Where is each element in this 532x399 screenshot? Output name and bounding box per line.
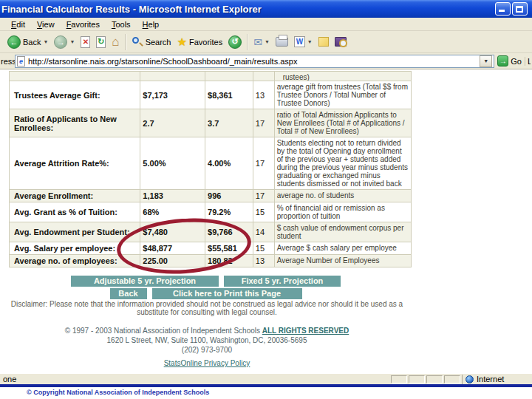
status-panel	[409, 375, 425, 383]
forward-icon: →	[54, 35, 67, 49]
stop-icon	[81, 36, 90, 48]
metric-description: average no. of students	[275, 190, 411, 202]
back-dropdown-icon[interactable]: ▼	[43, 39, 48, 44]
links-label: L	[525, 57, 531, 66]
metric-count: 17	[253, 190, 275, 202]
edit-with-word-button[interactable]: W ▼	[291, 35, 316, 49]
go-label: Go	[511, 57, 522, 66]
metric-value-2: 79.2%	[205, 202, 253, 222]
address-label: ress	[0, 57, 15, 66]
metric-value-1: 2.7	[140, 109, 205, 137]
metric-value-2: $9,766	[205, 222, 253, 242]
footer-phone: (202) 973-9700	[0, 346, 414, 355]
mail-button[interactable]: ✉ ▼	[250, 35, 273, 49]
footer-address: 1620 L Street, NW, Suite 1100, Washingto…	[0, 336, 414, 345]
menu-item-edit[interactable]: Edit	[6, 19, 30, 30]
site-footer: © 1997 - 2003 National Association of In…	[0, 327, 414, 369]
history-icon: ↺	[228, 35, 242, 49]
menu-item-favorites[interactable]: Favorites	[61, 19, 105, 30]
zone-label: Internet	[477, 375, 504, 383]
home-button[interactable]: ⌂	[109, 35, 122, 50]
research-button[interactable]	[332, 35, 349, 48]
table-row: Trustees Average Gift: $7,173 $8,361 13 …	[10, 81, 411, 109]
go-button[interactable]: → Go	[494, 55, 525, 66]
table-row: Avg. Salary per employee: $48,877 $55,58…	[10, 242, 411, 255]
menu-item-tools[interactable]: Tools	[106, 19, 136, 30]
privacy-policy-link[interactable]: StatsOnline Privacy Policy	[164, 359, 250, 367]
back-label: Back	[23, 38, 41, 47]
menu-bar: EditViewFavoritesToolsHelp	[0, 18, 532, 31]
address-dropdown-button[interactable]: ▼	[480, 55, 492, 67]
back-icon: ←	[7, 35, 21, 49]
table-row: Avg. Endowment per Student: $7,480 $9,76…	[10, 222, 411, 242]
forward-dropdown-icon[interactable]: ▼	[69, 39, 75, 44]
table-row: Average Attrition Rate%: 5.00% 4.00% 17 …	[10, 137, 411, 190]
menu-item-help[interactable]: Help	[137, 19, 165, 30]
status-panel	[391, 375, 407, 383]
adjustable-projection-button[interactable]: Adjustable 5 yr. Projection	[71, 276, 219, 287]
history-button[interactable]: ↺	[225, 34, 245, 50]
toolbar-separator	[125, 34, 126, 50]
forward-button[interactable]: → ▼	[51, 34, 78, 50]
browser-window: Financial Calculator Results - Microsoft…	[0, 0, 532, 384]
research-book-icon	[335, 37, 347, 47]
metric-value-2: $8,361	[205, 81, 253, 109]
metric-value-1: 225.00	[140, 255, 205, 267]
metric-label: Avg. Salary per employee:	[10, 242, 140, 254]
refresh-button[interactable]	[93, 35, 109, 50]
slide-copyright: © Copyright National Association of Inde…	[27, 389, 209, 396]
disclaimer-text: Disclaimer: Please note that the informa…	[0, 300, 414, 316]
metric-description: % of financial aid or remission as propo…	[275, 202, 411, 222]
minimize-button[interactable]	[495, 2, 511, 16]
security-zone: Internet	[462, 375, 532, 384]
slide-footer: © Copyright National Association of Inde…	[0, 387, 532, 399]
metric-count: 14	[253, 222, 275, 242]
metric-count: 15	[253, 242, 275, 254]
toolbar-separator	[247, 34, 248, 50]
address-input[interactable]: e http://starsonline.nais.org/starsonlin…	[15, 55, 494, 68]
back-button[interactable]: ← Back ▼	[4, 34, 51, 50]
all-rights-reserved-link[interactable]: ALL RIGHTS RESERVED	[262, 327, 349, 335]
favorites-button[interactable]: ★ Favorites	[174, 35, 225, 49]
home-icon: ⌂	[112, 36, 119, 48]
discuss-button[interactable]	[316, 35, 332, 48]
metric-value-2: 180.82	[205, 255, 253, 267]
back-page-button[interactable]: Back	[110, 288, 147, 299]
address-url: http://starsonline.nais.org/starsonline/…	[28, 57, 477, 66]
metric-value-1: $48,877	[140, 242, 205, 254]
metric-count: 15	[253, 202, 275, 222]
page-favicon-icon: e	[17, 56, 25, 66]
table-row: Ratio of Applicants to New Enrollees: 2.…	[10, 109, 411, 137]
metric-value-1: 1,183	[140, 190, 205, 202]
discuss-note-icon	[318, 37, 329, 47]
fixed-projection-button[interactable]: Fixed 5 yr. Projection	[224, 276, 341, 287]
edit-dropdown-icon[interactable]: ▼	[307, 39, 313, 44]
partial-description: rustees)	[275, 72, 411, 81]
mail-dropdown-icon[interactable]: ▼	[265, 39, 270, 44]
window-title: Financial Calculator Results - Microsoft…	[1, 4, 495, 15]
metric-description: ratio of Total Admission Applicants to N…	[275, 109, 411, 137]
metric-value-2: 4.00%	[205, 137, 253, 189]
print-button[interactable]	[273, 35, 291, 48]
mail-icon: ✉	[253, 37, 262, 47]
metric-value-2: 996	[205, 190, 253, 202]
go-arrow-icon: →	[497, 55, 508, 66]
metric-description: Average Number of Employees	[275, 255, 411, 267]
table-row: Average no. of employees: 225.00 180.82 …	[10, 255, 411, 267]
metric-description: average gift from trustees (Total $$ fro…	[275, 81, 411, 109]
print-page-button[interactable]: Click here to Print this Page	[152, 288, 302, 299]
footer-copyright: © 1997 - 2003 National Association of In…	[65, 327, 260, 335]
search-button[interactable]: Search	[129, 35, 174, 50]
stop-button[interactable]	[78, 35, 93, 50]
search-icon	[132, 36, 143, 48]
metric-count: 17	[253, 137, 275, 189]
menu-item-view[interactable]: View	[32, 19, 60, 30]
metric-description: Average $ cash salary per employee	[275, 242, 411, 254]
status-text: one	[0, 375, 391, 383]
printer-icon	[276, 37, 288, 47]
status-bar: one Internet	[0, 373, 532, 384]
metric-label: Avg. Grant as % of Tuition:	[10, 202, 140, 222]
internet-globe-icon	[466, 375, 474, 383]
metric-label: Average no. of employees:	[10, 255, 140, 267]
maximize-button[interactable]	[512, 2, 528, 16]
